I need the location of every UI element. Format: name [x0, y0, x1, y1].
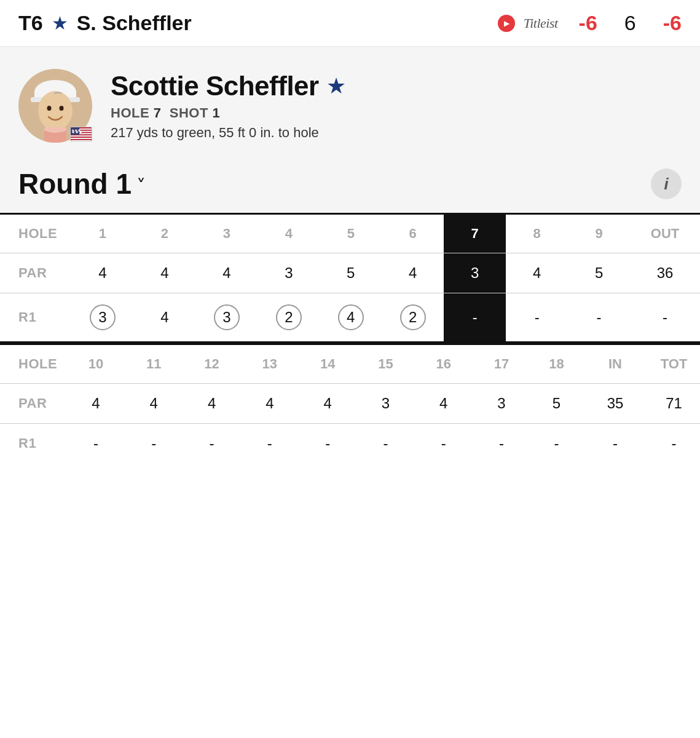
hole-9: 9 — [568, 215, 630, 253]
hole-18: 18 — [530, 345, 583, 384]
par-row-label: PAR — [0, 253, 71, 293]
hole-13: 13 — [241, 345, 299, 384]
player-full-name: Scottie Scheffler — [111, 71, 319, 101]
r1-row: R1 3 4 3 2 4 2 - - - - — [0, 293, 700, 343]
par-9: 5 — [568, 253, 630, 293]
brand-logo: Titleist — [524, 15, 558, 31]
svg-rect-13 — [71, 138, 92, 139]
par-4: 3 — [258, 253, 320, 293]
r1-tot: - — [648, 424, 700, 464]
back9-section: HOLE 10 11 12 13 14 15 16 17 18 IN TOT P… — [0, 343, 700, 463]
par-tot: 71 — [648, 384, 700, 424]
hole-tot: TOT — [648, 345, 700, 384]
r1-hole-7-active: - — [444, 293, 506, 343]
player-name-short: S. Scheffler — [77, 11, 489, 35]
hole-row-label: HOLE — [0, 215, 71, 253]
par-row: PAR 4 4 4 3 5 4 3 4 5 36 — [0, 253, 700, 293]
live-indicator-icon — [498, 15, 515, 32]
r1-hole-15: - — [356, 424, 414, 464]
score-circle-3: 3 — [214, 304, 240, 330]
front9-table: HOLE 1 2 3 4 5 6 7 8 9 OUT PAR 4 4 4 3 5… — [0, 215, 700, 343]
par-18: 5 — [530, 384, 583, 424]
r1-hole-8: - — [506, 293, 568, 343]
player-info: Scottie Scheffler ★ HOLE 7 SHOT 1 217 yd… — [111, 71, 346, 141]
hole-15: 15 — [356, 345, 414, 384]
hole-shot-info: HOLE 7 SHOT 1 — [111, 105, 346, 121]
r1-hole-3: 3 — [195, 293, 258, 343]
round-section: Round 1 ˅ i — [0, 161, 700, 213]
r1-hole-16: - — [415, 424, 473, 464]
back9-table: HOLE 10 11 12 13 14 15 16 17 18 IN TOT P… — [0, 345, 700, 463]
player-favorite-icon[interactable]: ★ — [326, 73, 346, 99]
par-row-label-back: PAR — [0, 384, 67, 424]
hole-10: 10 — [67, 345, 125, 384]
r1-hole-2: 4 — [133, 293, 195, 343]
r1-row-back: R1 - - - - - - - - - - - — [0, 424, 700, 464]
par-17: 3 — [473, 384, 530, 424]
favorite-star-icon[interactable]: ★ — [52, 12, 68, 34]
r1-hole-14: - — [299, 424, 356, 464]
round-label: Round 1 — [18, 167, 132, 200]
par-row-back: PAR 4 4 4 4 4 3 4 3 5 35 71 — [0, 384, 700, 424]
player-section: ★★★ ★★★ Scottie Scheffler ★ HOLE 7 SHOT … — [0, 47, 700, 161]
par-10: 4 — [67, 384, 125, 424]
svg-text:★★★: ★★★ — [71, 129, 81, 132]
hole-6: 6 — [382, 215, 444, 253]
r1-hole-5: 4 — [320, 293, 382, 343]
hole-12: 12 — [183, 345, 240, 384]
par-13: 4 — [241, 384, 299, 424]
svg-point-5 — [47, 106, 52, 111]
par-2: 4 — [133, 253, 195, 293]
front9-section: HOLE 1 2 3 4 5 6 7 8 9 OUT PAR 4 4 4 3 5… — [0, 213, 700, 343]
header-bar: T6 ★ S. Scheffler Titleist -6 6 -6 — [0, 0, 700, 47]
player-position: T6 — [18, 11, 43, 35]
score-circle-1: 3 — [90, 304, 116, 330]
avatar-wrap: ★★★ ★★★ — [18, 69, 92, 143]
svg-rect-14 — [71, 140, 92, 141]
r1-hole-10: - — [67, 424, 125, 464]
header-score: -6 — [579, 11, 597, 35]
hole-11: 11 — [125, 345, 183, 384]
scorecard: HOLE 1 2 3 4 5 6 7 8 9 OUT PAR 4 4 4 3 5… — [0, 213, 700, 463]
par-16: 4 — [415, 384, 473, 424]
hole-1: 1 — [71, 215, 133, 253]
par-3: 4 — [195, 253, 258, 293]
par-15: 3 — [356, 384, 414, 424]
par-11: 4 — [125, 384, 183, 424]
hole-16: 16 — [415, 345, 473, 384]
info-icon: i — [664, 175, 668, 194]
hole-header-row: HOLE 1 2 3 4 5 6 7 8 9 OUT — [0, 215, 700, 253]
round-chevron-icon: ˅ — [136, 175, 146, 197]
par-12: 4 — [183, 384, 240, 424]
r1-out: - — [630, 293, 700, 343]
r1-hole-1: 3 — [71, 293, 133, 343]
score-circle-5: 4 — [338, 304, 364, 330]
hole-5: 5 — [320, 215, 382, 253]
hole-14: 14 — [299, 345, 356, 384]
par-1: 4 — [71, 253, 133, 293]
r1-hole-11: - — [125, 424, 183, 464]
hole-in: IN — [583, 345, 648, 384]
r1-hole-4: 2 — [258, 293, 320, 343]
par-6: 4 — [382, 253, 444, 293]
hole-header-row-back: HOLE 10 11 12 13 14 15 16 17 18 IN TOT — [0, 345, 700, 384]
r1-hole-18: - — [530, 424, 583, 464]
info-button[interactable]: i — [651, 169, 682, 199]
r1-hole-12: - — [183, 424, 240, 464]
r1-hole-13: - — [241, 424, 299, 464]
r1-in: - — [583, 424, 648, 464]
hole-4: 4 — [258, 215, 320, 253]
score-circle-6: 2 — [400, 304, 426, 330]
round-selector[interactable]: Round 1 ˅ — [18, 167, 146, 200]
hole-7-active: 7 — [444, 215, 506, 253]
hole-3: 3 — [195, 215, 258, 253]
svg-rect-12 — [71, 135, 92, 137]
r1-hole-6: 2 — [382, 293, 444, 343]
r1-row-label: R1 — [0, 293, 71, 343]
svg-point-6 — [60, 106, 64, 111]
header-total: -6 — [663, 11, 682, 35]
par-8: 4 — [506, 253, 568, 293]
score-circle-4: 2 — [276, 304, 302, 330]
par-5: 5 — [320, 253, 382, 293]
country-flag-icon: ★★★ ★★★ — [70, 127, 92, 141]
